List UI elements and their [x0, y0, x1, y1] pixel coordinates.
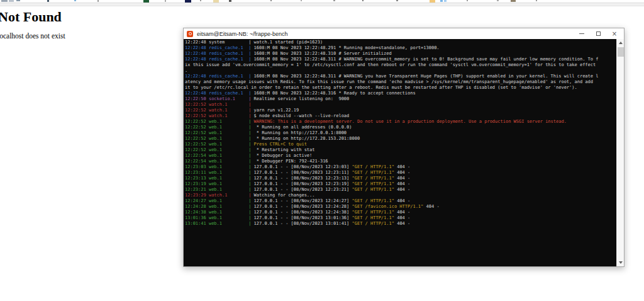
bookmark-favicon[interactable] [440, 0, 443, 2]
bookmark-favicon[interactable] [200, 0, 201, 1]
terminal-line: 12:22:48 redis_cache.1 | 1608:M 08 Nov 2… [185, 74, 616, 79]
bookmark-favicon[interactable] [97, 0, 99, 2]
terminal-line: 12:23:11 web.1 | 127.0.0.1 - - [08/Nov/2… [185, 170, 616, 176]
terminal-line: 12:22:52 web.1 | * Running on all addres… [185, 125, 616, 130]
terminal-line: 12:23:03 web.1 | 127.0.0.1 - - [08/Nov/2… [185, 164, 616, 170]
terminal-line: . [185, 68, 616, 74]
ubuntu-icon [187, 31, 193, 37]
bookmark-favicon[interactable] [47, 0, 49, 2]
terminal-line: 12:22:48 redis_cache.1 | 1608:M 08 Nov 2… [185, 51, 616, 57]
arrow-down-icon [619, 261, 623, 264]
error-message: localhost does not exist [0, 32, 65, 40]
terminal-title: eitsam@Eitsam-NB: ~/frappe-bench [197, 31, 574, 37]
bookmark-favicon[interactable] [270, 0, 272, 1]
terminal-line: 12:22:52 web.1 | Press CTRL+C to quit [185, 142, 616, 147]
bookmark-favicon[interactable] [444, 0, 447, 2]
terminal-line: 12:22:54 web.1 | * Debugger is active! [185, 153, 616, 159]
close-button[interactable]: × [606, 29, 623, 38]
bookmark-favicon[interactable] [536, 0, 537, 1]
minimize-button[interactable] [574, 29, 590, 38]
terminal-line: 12:23:13 web.1 | 127.0.0.1 - - [08/Nov/2… [185, 176, 616, 181]
terminal-line: 12:24:38 web.1 | 127.0.0.1 - - [08/Nov/2… [185, 210, 616, 215]
browser-chrome-edge [0, 3, 644, 6]
minimize-icon [579, 33, 584, 34]
bookmark-favicon[interactable] [74, 0, 76, 1]
terminal-line: 12:22:52 watch.1 | yarn run v1.22.19 [185, 108, 616, 113]
terminal-line: 12:22:52 web.1 | * Running on http://172… [185, 136, 616, 142]
terminal-line: 12:22:52 web.1 | * Running on http://127… [185, 130, 616, 136]
terminal-line: 13:01:36 web.1 | 127.0.0.1 - - [08/Nov/2… [185, 215, 616, 221]
scrollbar-thumb[interactable] [618, 47, 624, 57]
terminal-line: 12:22:48 redis_cache.1 | 1608:M 08 Nov 2… [185, 57, 616, 62]
bookmark-favicon[interactable] [333, 0, 335, 1]
bookmark-favicon[interactable] [1, 0, 8, 2]
bookmark-favicon[interactable] [511, 0, 516, 2]
terminal-line: 12:22:52 web.1 | * Restarting with stat [185, 147, 616, 153]
bookmark-favicon[interactable] [362, 0, 364, 1]
arrow-up-icon [619, 42, 623, 44]
bookmark-favicon[interactable] [229, 0, 231, 2]
terminal-content[interactable]: 12:22:48 system | watch.1 started (pid=1… [184, 39, 624, 266]
page-title: Not Found [0, 9, 62, 25]
terminal-line: atency and memory usage issues with Redi… [185, 79, 616, 85]
terminal-line: 12:22:52 web.1 | WARNING: This is a deve… [185, 119, 616, 125]
terminal-line: 12:22:48 redis_cache.1 | 1608:M 08 Nov 2… [185, 91, 616, 96]
maximize-button[interactable] [590, 29, 606, 38]
terminal-line: 12:22:48 system | watch.1 started (pid=1… [185, 40, 616, 45]
terminal-line: 12:22:54 web.1 | * Debugger PIN: 792-421… [185, 159, 616, 164]
bookmark-favicon[interactable] [497, 0, 499, 1]
terminal-line: 12:24:28 web.1 | 127.0.0.1 - - [08/Nov/2… [185, 204, 616, 210]
terminal-line: it to your /etc/rc.local in order to ret… [185, 85, 616, 91]
terminal-scrollbar[interactable] [616, 39, 624, 266]
terminal-line: ix this issue add 'vm.overcommit_memory … [185, 62, 616, 68]
terminal-line: 12:23:19 web.1 | 127.0.0.1 - - [08/Nov/2… [185, 181, 616, 187]
terminal-window: eitsam@Eitsam-NB: ~/frappe-bench × 12:22… [183, 28, 625, 267]
terminal-line: 12:22:52 watch.1 | [185, 102, 616, 108]
maximize-icon [596, 31, 601, 36]
bookmark-favicon[interactable] [9, 0, 14, 2]
terminal-line: 12:24:27 web.1 | 127.0.0.1 - - [08/Nov/2… [185, 198, 616, 204]
terminal-line: 12:23:29 watch.1 | Watching for changes.… [185, 193, 616, 198]
bookmark-favicon[interactable] [301, 0, 302, 1]
terminal-output: 12:22:48 system | watch.1 started (pid=1… [184, 39, 616, 227]
terminal-line: 12:22:48 redis_cache.1 | 1608:M 08 Nov 2… [185, 45, 616, 51]
terminal-line: 13:01:41 web.1 | 127.0.0.1 - - [08/Nov/2… [185, 221, 616, 227]
bookmark-favicon[interactable] [16, 0, 20, 1]
bookmark-favicon[interactable] [165, 0, 166, 2]
terminal-line: 12:22:50 socketio.1 | Realtime service l… [185, 96, 616, 102]
terminal-line: 12:22:52 watch.1 | $ node esbuild --watc… [185, 113, 616, 119]
scroll-up-button[interactable] [617, 39, 624, 47]
bookmark-favicon[interactable] [467, 0, 468, 1]
terminal-titlebar[interactable]: eitsam@Eitsam-NB: ~/frappe-bench × [184, 28, 624, 39]
close-icon: × [612, 31, 617, 37]
bookmark-favicon[interactable] [396, 0, 398, 1]
terminal-line: 12:23:21 web.1 | 127.0.0.1 - - [08/Nov/2… [185, 187, 616, 193]
scroll-down-button[interactable] [617, 259, 624, 266]
